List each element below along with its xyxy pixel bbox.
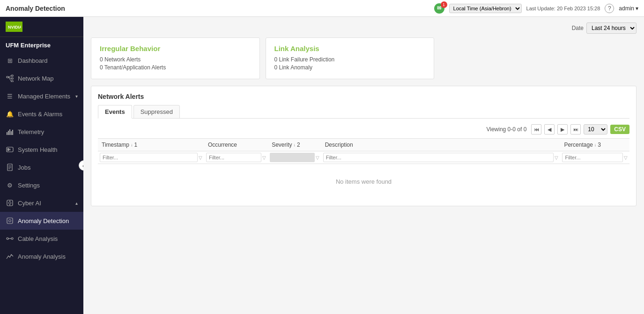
last-page-button[interactable]: ⏭ [570, 124, 581, 135]
nvidia-icon: NVIDIA [6, 22, 22, 32]
svg-line-6 [8, 76, 11, 77]
date-select[interactable]: Last 24 hours Last 7 days Last 30 days [586, 22, 637, 34]
link-analysis-title: Link Analysis [274, 45, 426, 52]
svg-rect-15 [7, 148, 9, 151]
csv-export-button[interactable]: CSV [610, 125, 629, 134]
col-timestamp[interactable]: Timestamp ↓ 1 [98, 139, 204, 151]
sidebar-item-telemetry[interactable]: Telemetry [0, 123, 83, 141]
nvidia-logo: NVIDIA [6, 22, 22, 32]
sort-num-percentage: 3 [598, 142, 601, 148]
main-content: Date Last 24 hours Last 7 days Last 30 d… [83, 17, 644, 314]
sidebar-item-cable-analysis[interactable]: Cable Analysis [0, 230, 83, 247]
svg-rect-10 [8, 131, 9, 135]
sort-arrow-severity: ↓ [294, 142, 296, 147]
svg-rect-11 [9, 129, 10, 135]
svg-rect-25 [7, 218, 13, 224]
sort-num-timestamp: 1 [134, 142, 137, 148]
alerts-table: Timestamp ↓ 1 Occurrence [98, 138, 629, 199]
cyber-ai-chevron: ▴ [75, 201, 78, 206]
sidebar-item-cyber-ai[interactable]: Cyber AI ▴ [0, 194, 83, 212]
cyber-ai-icon [6, 199, 14, 207]
page-size-select[interactable]: 10 25 50 100 [584, 124, 607, 135]
sidebar-label-system-health: System Health [18, 146, 58, 153]
svg-rect-16 [9, 149, 10, 150]
sidebar-item-anomaly-analysis[interactable]: Anomaly Analysis [0, 247, 83, 265]
chevron-icon: ▾ [75, 94, 78, 99]
filter-cell-description: ▽ [321, 151, 561, 164]
last-update: Last Update: 20 Feb 2023 15:28 [526, 6, 600, 11]
filter-funnel-occurrence[interactable]: ▽ [262, 155, 266, 160]
tab-events[interactable]: Events [98, 105, 132, 119]
sidebar-label-jobs: Jobs [18, 164, 30, 171]
filter-description[interactable] [323, 153, 554, 162]
admin-dropdown[interactable]: admin ▾ [619, 5, 638, 12]
layout: NVIDIA UFM Enterprise ⊞ Dashboard Networ… [0, 17, 644, 314]
no-items-message: No items were found [98, 164, 629, 200]
anomaly-detection-icon [6, 217, 14, 225]
prev-page-button[interactable]: ◀ [544, 124, 555, 135]
svg-rect-4 [11, 78, 13, 79]
sidebar-label-anomaly-detection: Anomaly Detection [18, 217, 69, 224]
link-failure-prediction: 0 Link Failure Prediction [274, 56, 426, 63]
svg-rect-2 [7, 76, 8, 78]
system-health-icon [6, 145, 14, 154]
irregular-behavior-title: Irregular Behavior [100, 45, 251, 52]
sidebar-label-events-alarms: Events & Alarms [18, 111, 62, 118]
notification-badge[interactable]: ✉ 1 [434, 3, 444, 14]
tab-suppressed[interactable]: Suppressed [133, 105, 180, 119]
viewing-text: Viewing 0-0 of 0 [486, 126, 526, 133]
page-title: Anomaly Detection [6, 5, 434, 12]
table-filter-row: ▽ ▽ [98, 151, 629, 164]
topbar: Anomaly Detection ✉ 1 Local Time (Asia/H… [0, 0, 644, 17]
sort-arrow-percentage: ↓ [594, 142, 597, 147]
next-page-button[interactable]: ▶ [557, 124, 568, 135]
filter-funnel-timestamp[interactable]: ▽ [199, 155, 202, 160]
svg-point-26 [9, 220, 11, 222]
sidebar-item-managed-elements[interactable]: ☰ Managed Elements ▾ [0, 87, 83, 105]
link-analysis-card: Link Analysis 0 Link Failure Prediction … [266, 37, 435, 79]
filter-cell-occurrence: ▽ [204, 151, 268, 164]
sidebar-item-network-map[interactable]: Network Map [0, 69, 83, 87]
filter-cell-timestamp: ▽ [98, 151, 204, 164]
sidebar-item-anomaly-detection[interactable]: Anomaly Detection [0, 212, 83, 230]
anomaly-analysis-icon [6, 252, 14, 261]
sidebar: NVIDIA UFM Enterprise ⊞ Dashboard Networ… [0, 17, 83, 314]
filter-cell-percentage: ▽ [560, 151, 629, 164]
sidebar-item-system-health[interactable]: System Health [0, 141, 83, 158]
sidebar-item-events-alarms[interactable]: 🔔 Events & Alarms [0, 105, 83, 123]
filter-funnel-severity[interactable]: ▽ [316, 155, 319, 160]
filter-percentage[interactable] [562, 153, 623, 162]
sidebar-item-settings[interactable]: ⚙ Settings [0, 176, 83, 194]
section-title: Network Alerts [98, 93, 629, 100]
filter-occurrence[interactable] [206, 153, 261, 162]
irregular-tenant-alerts: 0 Tenant/Application Alerts [100, 64, 251, 71]
col-description[interactable]: Description [321, 139, 561, 151]
filter-funnel-percentage[interactable]: ▽ [624, 155, 628, 160]
timezone-select[interactable]: Local Time (Asia/Hebron) [449, 4, 522, 13]
first-page-button[interactable]: ⏮ [531, 124, 541, 135]
notification-count: 1 [441, 1, 447, 8]
sort-arrow-timestamp: ↓ [131, 142, 133, 147]
app-name: UFM Enterprise [0, 37, 83, 52]
sort-num-severity: 2 [297, 142, 300, 148]
col-occurrence[interactable]: Occurrence [204, 139, 268, 151]
col-percentage[interactable]: Percentage ↓ 3 [560, 139, 629, 151]
date-label: Date [572, 25, 584, 31]
sidebar-label-managed-elements: Managed Elements [18, 93, 70, 100]
irregular-network-alerts: 0 Network Alerts [100, 56, 251, 63]
sidebar-label-settings: Settings [18, 182, 40, 189]
sidebar-item-jobs[interactable]: Jobs [0, 158, 83, 176]
link-anomaly: 0 Link Anomaly [274, 64, 426, 71]
filter-timestamp[interactable] [100, 153, 198, 162]
filter-funnel-description[interactable]: ▽ [555, 155, 558, 160]
sidebar-label-telemetry: Telemetry [18, 128, 44, 135]
table-header-row: Timestamp ↓ 1 Occurrence [98, 139, 629, 151]
sidebar-label-network-map: Network Map [18, 75, 54, 82]
sidebar-label-cyber-ai: Cyber AI [18, 200, 41, 207]
help-button[interactable]: ? [605, 4, 614, 13]
sidebar-item-dashboard[interactable]: ⊞ Dashboard [0, 52, 83, 69]
svg-rect-12 [11, 131, 12, 135]
filter-severity[interactable] [270, 153, 315, 162]
col-severity[interactable]: Severity ↓ 2 [268, 139, 321, 151]
svg-point-22 [9, 202, 11, 204]
